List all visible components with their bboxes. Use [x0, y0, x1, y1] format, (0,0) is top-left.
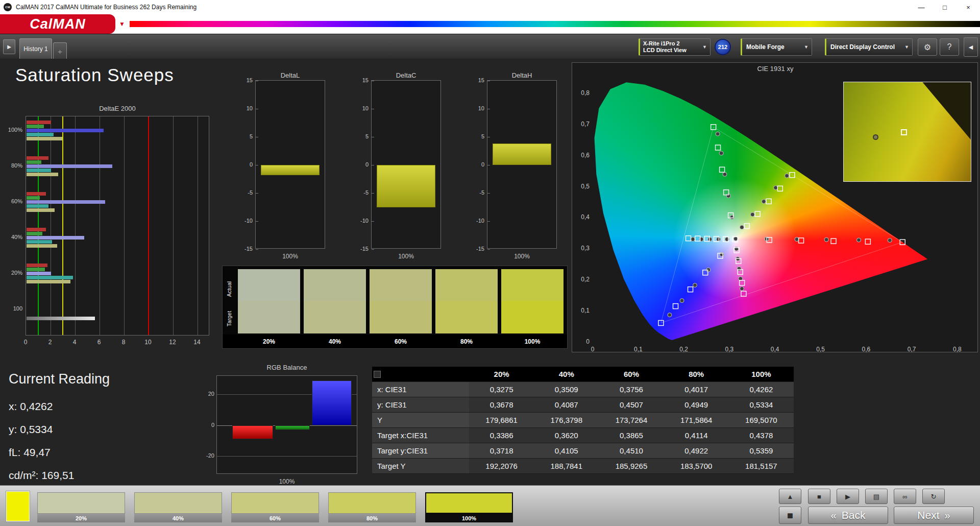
y-tick-label: 0: [572, 338, 590, 345]
patch-label: 100%: [425, 514, 513, 522]
x-tick-label: 6: [93, 339, 105, 346]
calman-logo[interactable]: CalMAN: [0, 14, 115, 34]
calman-logo-text: CalMAN: [30, 16, 86, 32]
table-row-label: x: CIE31: [372, 382, 469, 397]
back-button[interactable]: « Back: [808, 507, 888, 524]
swatch-column-label: 20%: [238, 338, 300, 345]
y-tick-label: 0: [206, 422, 214, 428]
tick-mark: [487, 193, 490, 194]
target-swatch: [435, 301, 498, 333]
table-cell: 0,3275: [469, 382, 534, 397]
current-reading-y: y: 0,5334: [9, 423, 110, 436]
deltae-bar: [27, 160, 41, 164]
table-cell: 0,3620: [534, 428, 599, 443]
table-cell: 0,3386: [469, 428, 534, 443]
table-cell: 183,5700: [664, 459, 729, 474]
display-control-dropdown[interactable]: Direct Display Control ▼: [825, 38, 913, 56]
source-label: Mobile Forge: [746, 43, 785, 51]
patch-swatch-100%[interactable]: 100%: [425, 492, 513, 522]
gridline: [198, 116, 198, 335]
chevron-left-icon: ◀: [969, 44, 973, 51]
patch-color: [231, 492, 319, 514]
table-cell: 176,3798: [534, 413, 599, 428]
patch-color: [425, 492, 513, 514]
help-button[interactable]: ?: [940, 38, 959, 56]
results-table: 20%40%60%80%100%x: CIE310,32750,35090,37…: [372, 367, 794, 474]
table-cell: 173,7264: [599, 413, 664, 428]
y-tick-label: 5: [356, 133, 369, 139]
x-tick-label: 0,7: [903, 346, 920, 353]
reading-count-badge: 212: [715, 39, 731, 55]
table-cell: 0,3865: [599, 428, 664, 443]
meter-dropdown[interactable]: X-Rite i1Pro 2 LCD Direct View ▼: [639, 38, 710, 56]
deltae-bar: [27, 264, 47, 267]
gear-icon: ⚙: [924, 42, 931, 52]
chevron-down-icon: ▼: [904, 44, 909, 50]
swatch-column-label: 40%: [304, 338, 366, 345]
table-cell: 0,4017: [664, 382, 729, 397]
y-tick-label: 10: [240, 105, 253, 111]
current-reading-x: x: 0,4262: [9, 400, 110, 413]
add-tab-button[interactable]: +: [53, 42, 67, 59]
collapse-bottom-button[interactable]: ▲: [779, 489, 801, 504]
maximize-button[interactable]: □: [933, 0, 957, 14]
saturation-group-label: 80%: [0, 162, 22, 169]
chart-title: DeltaC: [371, 71, 441, 79]
actual-swatch: [304, 269, 366, 301]
inset-measured-point: [873, 134, 878, 140]
tick-mark: [256, 193, 258, 194]
tick-mark: [372, 109, 374, 109]
close-button[interactable]: ×: [957, 0, 980, 14]
settings-button[interactable]: ⚙: [918, 38, 937, 56]
table-cell: 181,5157: [729, 459, 794, 474]
deltae-bar: [27, 169, 51, 172]
cie-1931-chart: CIE 1931 xy00,10,20,30,40,50,60,70,800,1…: [572, 62, 978, 352]
patch-swatch-80%[interactable]: 80%: [328, 492, 416, 522]
x-category-label: 100%: [216, 478, 357, 485]
target-swatch: [501, 301, 564, 333]
display-control-label: Direct Display Control: [830, 43, 895, 51]
table-cell: 0,3509: [534, 382, 599, 397]
logo-dropdown-arrow-icon[interactable]: ▼: [119, 20, 125, 28]
patch-swatch-60%[interactable]: 60%: [231, 492, 319, 522]
y-tick-label: 0,7: [572, 121, 590, 128]
deltae-bar: [27, 317, 95, 320]
x-tick-label: 14: [191, 339, 203, 346]
x-tick-label: 4: [68, 339, 81, 346]
source-dropdown[interactable]: Mobile Forge ▼: [741, 38, 812, 56]
y-tick-label: 15: [356, 77, 369, 83]
y-tick-label: 15: [240, 77, 253, 83]
panel-icon: ◼: [787, 511, 793, 520]
save-button[interactable]: ▤: [865, 489, 888, 504]
play-button[interactable]: ▶: [837, 489, 859, 504]
next-button[interactable]: Next »: [894, 507, 974, 524]
tab-history-1[interactable]: History 1: [19, 38, 52, 59]
refresh-button[interactable]: ↻: [922, 489, 945, 504]
back-button-label: Back: [842, 509, 866, 521]
rgb-bar-red: [232, 425, 273, 439]
deltal-chart: DeltaL151050-5-10-15100%: [240, 71, 328, 261]
stop-button[interactable]: ■: [808, 489, 830, 504]
patch-window-button[interactable]: ◼: [779, 507, 801, 524]
delta-value-bar: [377, 165, 435, 207]
continuous-measure-button[interactable]: ∞: [894, 489, 916, 504]
rgb-plot-area: [216, 375, 357, 474]
table-cell: 192,2076: [469, 459, 534, 474]
y-tick-label: -5: [472, 189, 484, 196]
patch-label: 80%: [328, 514, 416, 522]
expand-left-panel-button[interactable]: ▶: [3, 39, 15, 54]
table-header-60%: 60%: [599, 367, 664, 382]
deltae-bar: [27, 129, 104, 132]
tick-mark: [487, 221, 490, 222]
play-icon: ▶: [845, 493, 850, 500]
meter-name: X-Rite i1Pro 2: [643, 40, 687, 47]
save-icon: ▤: [873, 493, 879, 500]
chart-title: CIE 1931 xy: [572, 65, 978, 73]
patch-swatch-40%[interactable]: 40%: [134, 492, 222, 522]
patch-swatch-20%[interactable]: 20%: [37, 492, 125, 522]
minimize-button[interactable]: —: [910, 0, 933, 14]
collapse-right-panel-button[interactable]: ◀: [964, 37, 978, 57]
deltae-bar: [27, 272, 51, 275]
table-row-label: y: CIE31: [372, 397, 469, 413]
tick-mark: [256, 221, 258, 222]
